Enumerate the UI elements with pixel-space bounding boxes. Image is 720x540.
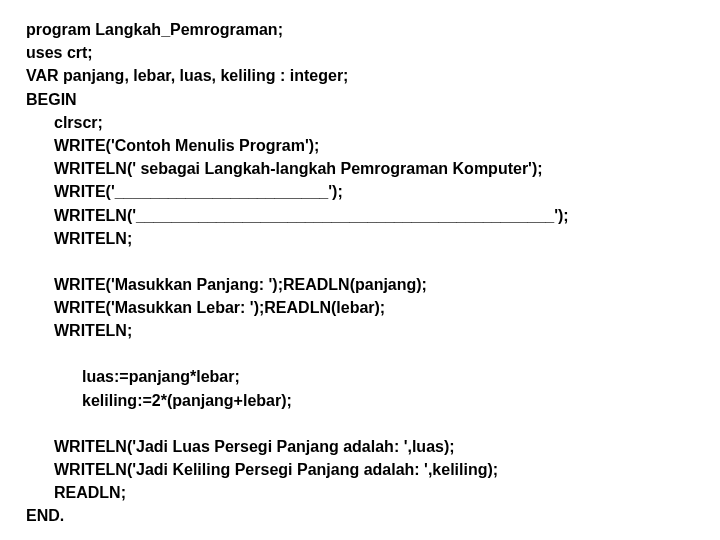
code-line: WRITELN(' sebagai Langkah-langkah Pemrog… [26,157,694,180]
code-line: WRITE('Masukkan Panjang: ');READLN(panja… [26,273,694,296]
code-line: clrscr; [26,111,694,134]
code-line: keliling:=2*(panjang+lebar); [26,389,694,412]
code-line: luas:=panjang*lebar; [26,365,694,388]
code-line: READLN; [26,481,694,504]
code-line: END. [26,504,694,527]
code-line: BEGIN [26,88,694,111]
blank-line [26,250,694,273]
code-line: program Langkah_Pemrograman; [26,18,694,41]
blank-line [26,342,694,365]
code-line: WRITELN('Jadi Keliling Persegi Panjang a… [26,458,694,481]
code-line: VAR panjang, lebar, luas, keliling : int… [26,64,694,87]
code-line: WRITE('Masukkan Lebar: ');READLN(lebar); [26,296,694,319]
code-line: WRITELN; [26,227,694,250]
code-line: WRITELN('Jadi Luas Persegi Panjang adala… [26,435,694,458]
code-line: WRITELN('_______________________________… [26,204,694,227]
code-line: WRITE('________________________'); [26,180,694,203]
code-line: uses crt; [26,41,694,64]
code-line: WRITELN; [26,319,694,342]
blank-line [26,412,694,435]
code-line: WRITE('Contoh Menulis Program'); [26,134,694,157]
